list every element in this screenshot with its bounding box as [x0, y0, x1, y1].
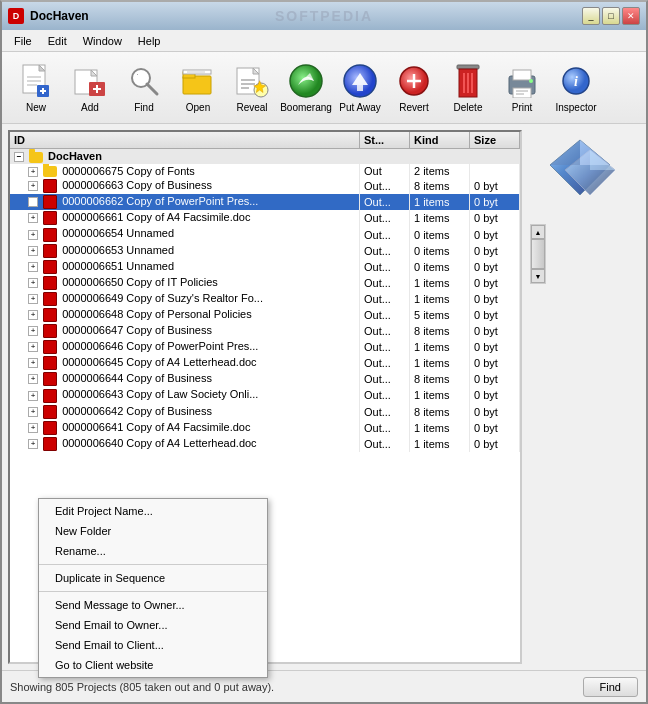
maximize-button[interactable]: □ — [602, 7, 620, 25]
minimize-button[interactable]: _ — [582, 7, 600, 25]
table-row[interactable]: + 0000006645 Copy of A4 Letterhead.doc O… — [10, 355, 520, 371]
find-status-button[interactable]: Find — [583, 677, 638, 697]
expand-button[interactable]: + — [28, 423, 38, 433]
row-id: 0000006648 Copy of Personal Policies — [62, 308, 252, 320]
row-size — [470, 164, 520, 179]
table-row[interactable]: + 0000006662 Copy of PowerPoint Pres... … — [10, 194, 520, 210]
find-button[interactable]: Find — [118, 57, 170, 119]
row-size: 0 byt — [470, 243, 520, 259]
col-status: St... — [360, 132, 410, 149]
expand-button[interactable]: + — [28, 374, 38, 384]
table-row[interactable]: + 0000006640 Copy of A4 Letterhead.doc O… — [10, 436, 520, 452]
print-label: Print — [512, 102, 533, 113]
row-id: 0000006675 Copy of Fonts — [62, 165, 195, 177]
watermark: SOFTPEDIA — [275, 8, 373, 24]
scroll-up-button[interactable]: ▲ — [531, 225, 545, 239]
expand-button[interactable]: + — [28, 326, 38, 336]
ctx-rename[interactable]: Rename... — [39, 541, 267, 561]
putaway-button[interactable]: Put Away — [334, 57, 386, 119]
expand-button[interactable]: + — [28, 262, 38, 272]
table-row[interactable]: + 0000006651 Unnamed Out... 0 items 0 by… — [10, 259, 520, 275]
ctx-separator-3 — [39, 591, 267, 592]
expand-button[interactable]: + — [28, 294, 38, 304]
table-row[interactable]: + 0000006648 Copy of Personal Policies O… — [10, 307, 520, 323]
ctx-edit-project-name[interactable]: Edit Project Name... — [39, 501, 267, 521]
new-button[interactable]: New — [10, 57, 62, 119]
expand-button[interactable]: + — [28, 439, 38, 449]
row-kind: 8 items — [410, 404, 470, 420]
table-row[interactable]: + 0000006646 Copy of PowerPoint Pres... … — [10, 339, 520, 355]
table-row[interactable]: + 0000006642 Copy of Business Out... 8 i… — [10, 404, 520, 420]
expand-button[interactable]: + — [28, 230, 38, 240]
svg-rect-30 — [357, 85, 363, 91]
menu-window[interactable]: Window — [75, 33, 130, 49]
row-kind: 8 items — [410, 371, 470, 387]
ctx-new-folder[interactable]: New Folder — [39, 521, 267, 541]
table-row[interactable]: + 0000006649 Copy of Suzy's Realtor Fo..… — [10, 291, 520, 307]
table-row[interactable]: + 0000006654 Unnamed Out... 0 items 0 by… — [10, 226, 520, 242]
expand-minus[interactable]: − — [14, 152, 24, 162]
table-row[interactable]: + 0000006643 Copy of Law Society Onli...… — [10, 387, 520, 403]
revert-button[interactable]: Revert — [388, 57, 440, 119]
expand-button[interactable]: + — [28, 197, 38, 207]
expand-button[interactable]: + — [28, 246, 38, 256]
inspector-button[interactable]: i Inspector — [550, 57, 602, 119]
row-id: 0000006651 Unnamed — [62, 260, 174, 272]
row-size: 0 byt — [470, 275, 520, 291]
expand-button[interactable]: + — [28, 407, 38, 417]
close-button[interactable]: ✕ — [622, 7, 640, 25]
table-row[interactable]: + 0000006653 Unnamed Out... 0 items 0 by… — [10, 243, 520, 259]
add-button[interactable]: Add — [64, 57, 116, 119]
delete-button[interactable]: Delete — [442, 57, 494, 119]
svg-rect-40 — [513, 70, 531, 80]
menu-help[interactable]: Help — [130, 33, 169, 49]
ctx-go-client-website[interactable]: Go to Client website — [39, 655, 267, 675]
row-status: Out... — [360, 291, 410, 307]
svg-rect-16 — [183, 76, 211, 94]
expand-button[interactable]: + — [28, 167, 38, 177]
expand-button[interactable]: + — [28, 342, 38, 352]
menu-file[interactable]: File — [6, 33, 40, 49]
boomerang-button[interactable]: Boomerang — [280, 57, 332, 119]
row-size: 0 byt — [470, 194, 520, 210]
ctx-send-email-client[interactable]: Send Email to Client... — [39, 635, 267, 655]
expand-button[interactable]: + — [28, 278, 38, 288]
table-row[interactable]: + 0000006675 Copy of Fonts Out 2 items — [10, 164, 520, 179]
row-status: Out... — [360, 404, 410, 420]
ctx-send-message-owner[interactable]: Send Message to Owner... — [39, 595, 267, 615]
row-kind: 1 items — [410, 210, 470, 226]
doc-icon — [43, 292, 57, 306]
expand-button[interactable]: + — [28, 181, 38, 191]
row-status: Out... — [360, 210, 410, 226]
table-row[interactable]: + 0000006641 Copy of A4 Facsimile.doc Ou… — [10, 420, 520, 436]
table-row[interactable]: + 0000006663 Copy of Business Out... 8 i… — [10, 178, 520, 194]
ctx-send-email-owner[interactable]: Send Email to Owner... — [39, 615, 267, 635]
revert-label: Revert — [399, 102, 428, 113]
row-id: 0000006661 Copy of A4 Facsimile.doc — [62, 211, 250, 223]
table-row[interactable]: + 0000006650 Copy of IT Policies Out... … — [10, 275, 520, 291]
open-button[interactable]: Open — [172, 57, 224, 119]
print-button[interactable]: Print — [496, 57, 548, 119]
menu-edit[interactable]: Edit — [40, 33, 75, 49]
row-size: 0 byt — [470, 323, 520, 339]
ctx-duplicate-sequence[interactable]: Duplicate in Sequence — [39, 568, 267, 588]
row-kind: 8 items — [410, 323, 470, 339]
expand-button[interactable]: + — [28, 213, 38, 223]
svg-line-15 — [137, 74, 138, 75]
row-size: 0 byt — [470, 226, 520, 242]
table-row[interactable]: − DocHaven — [10, 149, 520, 164]
scroll-down-button[interactable]: ▼ — [531, 269, 545, 283]
table-row[interactable]: + 0000006647 Copy of Business Out... 8 i… — [10, 323, 520, 339]
row-status: Out... — [360, 194, 410, 210]
scrollbar[interactable]: ▲ ▼ — [530, 224, 546, 284]
reveal-button[interactable]: Reveal — [226, 57, 278, 119]
expand-button[interactable]: + — [28, 358, 38, 368]
doc-icon — [43, 244, 57, 258]
table-row[interactable]: + 0000006661 Copy of A4 Facsimile.doc Ou… — [10, 210, 520, 226]
expand-button[interactable]: + — [28, 310, 38, 320]
row-size: 0 byt — [470, 259, 520, 275]
scroll-thumb[interactable] — [531, 239, 545, 269]
svg-point-27 — [290, 65, 322, 97]
expand-button[interactable]: + — [28, 391, 38, 401]
table-row[interactable]: + 0000006644 Copy of Business Out... 8 i… — [10, 371, 520, 387]
